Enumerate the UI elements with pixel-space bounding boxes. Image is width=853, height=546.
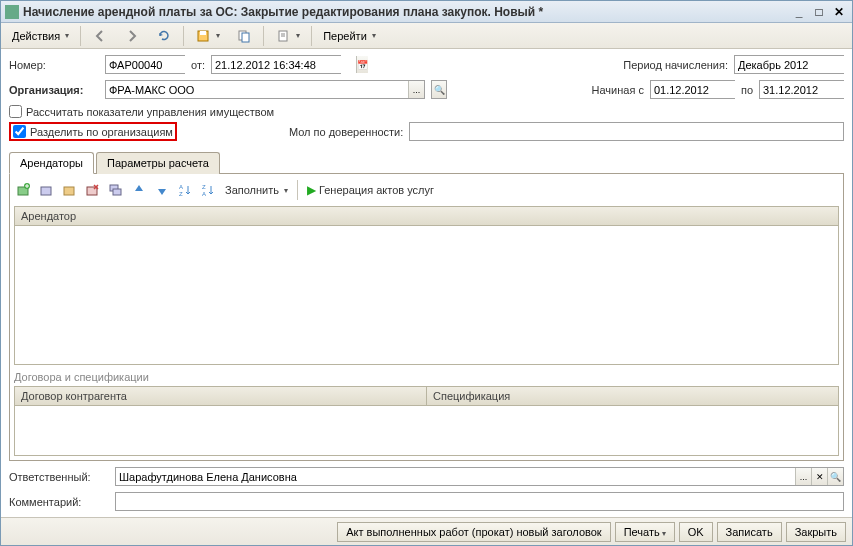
nav-back-button[interactable] [85,25,115,47]
select-button[interactable]: ... [795,468,811,485]
edit-row-button[interactable] [60,180,80,200]
org-label: Организация: [9,84,99,96]
split-checkbox[interactable] [13,125,26,138]
date-field[interactable]: 📅 [211,55,341,74]
tab-content: AZ ZA Заполнить ▶Генерация актов услуг А… [9,174,844,461]
clear-button[interactable]: ✕ [811,468,827,485]
date-input[interactable] [212,56,356,73]
mol-label: Мол по доверенности: [289,126,403,138]
sort-desc-button[interactable]: ZA [198,180,218,200]
calc-checkbox[interactable] [9,105,22,118]
close-window-button[interactable]: ✕ [830,4,848,20]
maximize-button[interactable]: □ [810,4,828,20]
org-search-button[interactable]: 🔍 [431,80,447,99]
contract-col-header[interactable]: Договор контрагента [15,387,427,405]
go-menu[interactable]: Перейти [316,25,383,47]
org-input[interactable] [106,81,408,98]
contracts-grid-body[interactable] [14,406,839,456]
svg-rect-1 [200,31,206,35]
period-field[interactable]: ▾ ⇅ [734,55,844,74]
svg-rect-13 [113,189,121,195]
print-button[interactable]: Печать [615,522,675,542]
split-highlight: Разделить по организациям [9,122,177,141]
starting-field[interactable]: 📅 [650,80,735,99]
org-field[interactable]: ... [105,80,425,99]
svg-text:A: A [179,184,183,190]
close-button[interactable]: Закрыть [786,522,846,542]
refresh-icon [156,28,172,44]
responsible-input[interactable] [116,468,795,485]
arrow-down-icon [154,182,170,198]
svg-rect-9 [41,187,51,195]
split-checkbox-label: Разделить по организациям [30,126,173,138]
sort-asc-button[interactable]: AZ [175,180,195,200]
minimize-button[interactable]: _ [790,4,808,20]
open-button[interactable]: 🔍 [827,468,843,485]
contracts-section-label: Договора и спецификации [14,371,839,383]
arrow-left-icon [92,28,108,44]
separator [297,180,298,200]
to-input[interactable] [760,81,852,98]
refresh-button[interactable] [149,25,179,47]
act-button[interactable]: Акт выполненных работ (прокат) новый заг… [337,522,610,542]
copy-button[interactable] [229,25,259,47]
app-icon [5,5,19,19]
svg-text:A: A [202,191,206,197]
titlebar: Начисление арендной платы за ОС: Закрыти… [1,1,852,23]
separator [311,26,312,46]
main-toolbar: Действия Перейти [1,23,852,49]
move-up-button[interactable] [129,180,149,200]
from-label: от: [191,59,205,71]
period-input[interactable] [735,56,852,73]
copy-icon [236,28,252,44]
move-down-button[interactable] [152,180,172,200]
play-icon: ▶ [307,183,316,197]
sort-asc-icon: AZ [177,182,193,198]
delete-row-button[interactable] [83,180,103,200]
separator [183,26,184,46]
copy-row-icon [108,182,124,198]
contracts-grid: Договор контрагента Спецификация [14,386,839,456]
svg-text:Z: Z [202,184,206,190]
calendar-icon[interactable]: 📅 [356,56,368,73]
tenant-grid-body[interactable] [14,226,839,365]
starting-label: Начиная с [592,84,644,96]
save-dropdown[interactable] [188,25,227,47]
svg-rect-10 [64,187,74,195]
copy-row-button[interactable] [106,180,126,200]
select-button[interactable]: ... [408,81,424,98]
to-field[interactable]: 📅 [759,80,844,99]
ok-button[interactable]: OK [679,522,713,542]
footer-bar: Акт выполненных работ (прокат) новый заг… [1,517,852,545]
content-area: Номер: от: 📅 Период начисления: ▾ ⇅ Орга… [1,49,852,517]
report-dropdown[interactable] [268,25,307,47]
actions-menu[interactable]: Действия [5,25,76,47]
to-label: по [741,84,753,96]
svg-text:Z: Z [179,191,183,197]
add-row-button[interactable] [14,180,34,200]
nav-forward-button[interactable] [117,25,147,47]
number-label: Номер: [9,59,99,71]
mol-input[interactable] [409,122,844,141]
separator [263,26,264,46]
responsible-field[interactable]: ... ✕ 🔍 [115,467,844,486]
tab-bar: Арендаторы Параметры расчета [9,151,844,174]
responsible-label: Ответственный: [9,471,109,483]
arrow-up-icon [131,182,147,198]
tab-params[interactable]: Параметры расчета [96,152,220,174]
window-title: Начисление арендной платы за ОС: Закрыти… [23,5,788,19]
save-icon [195,28,211,44]
save-button[interactable]: Записать [717,522,782,542]
tenant-grid-header[interactable]: Арендатор [14,206,839,226]
insert-row-button[interactable] [37,180,57,200]
contracts-grid-header: Договор контрагента Спецификация [14,386,839,406]
fill-button[interactable]: Заполнить [221,184,292,196]
comment-input[interactable] [115,492,844,511]
number-field[interactable] [105,55,185,74]
tab-tenants[interactable]: Арендаторы [9,152,94,174]
report-icon [275,28,291,44]
generate-button[interactable]: ▶Генерация актов услуг [303,183,438,197]
delete-icon [85,182,101,198]
spec-col-header[interactable]: Спецификация [427,387,838,405]
comment-label: Комментарий: [9,496,109,508]
